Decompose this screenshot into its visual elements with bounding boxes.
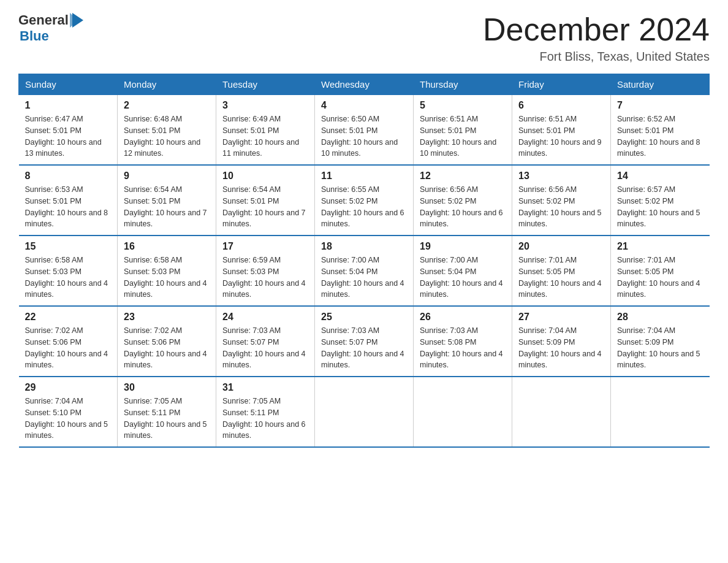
calendar-cell: 20Sunrise: 7:01 AMSunset: 5:05 PMDayligh… — [512, 236, 611, 306]
weekday-header-friday: Friday — [512, 74, 611, 95]
day-info: Sunrise: 6:55 AMSunset: 5:02 PMDaylight:… — [321, 184, 407, 230]
calendar-cell: 14Sunrise: 6:57 AMSunset: 5:02 PMDayligh… — [611, 165, 710, 236]
day-info: Sunrise: 7:03 AMSunset: 5:08 PMDaylight:… — [420, 325, 506, 371]
calendar-cell: 21Sunrise: 7:01 AMSunset: 5:05 PMDayligh… — [611, 236, 710, 306]
day-number: 1 — [25, 100, 112, 111]
day-info: Sunrise: 7:03 AMSunset: 5:07 PMDaylight:… — [222, 325, 308, 371]
day-number: 25 — [321, 312, 407, 323]
day-number: 19 — [420, 241, 506, 252]
day-info: Sunrise: 6:53 AMSunset: 5:01 PMDaylight:… — [25, 184, 112, 230]
calendar-cell — [512, 377, 611, 447]
day-info: Sunrise: 7:01 AMSunset: 5:05 PMDaylight:… — [617, 255, 703, 301]
calendar-cell: 29Sunrise: 7:04 AMSunset: 5:10 PMDayligh… — [19, 377, 118, 447]
calendar-cell: 23Sunrise: 7:02 AMSunset: 5:06 PMDayligh… — [118, 306, 216, 377]
weekday-header-sunday: Sunday — [19, 74, 118, 95]
day-number: 28 — [617, 312, 703, 323]
calendar-cell: 13Sunrise: 6:56 AMSunset: 5:02 PMDayligh… — [512, 165, 611, 236]
day-number: 3 — [222, 100, 308, 111]
day-number: 26 — [420, 312, 506, 323]
day-number: 11 — [321, 170, 407, 182]
day-info: Sunrise: 7:05 AMSunset: 5:11 PMDaylight:… — [222, 396, 308, 442]
weekday-header-thursday: Thursday — [414, 74, 512, 95]
calendar-cell: 9Sunrise: 6:54 AMSunset: 5:01 PMDaylight… — [118, 165, 216, 236]
day-number: 13 — [518, 170, 604, 182]
logo-triangle-icon — [70, 13, 83, 28]
calendar-week-5: 29Sunrise: 7:04 AMSunset: 5:10 PMDayligh… — [19, 377, 710, 447]
calendar-cell: 3Sunrise: 6:49 AMSunset: 5:01 PMDaylight… — [216, 95, 315, 166]
day-info: Sunrise: 7:02 AMSunset: 5:06 PMDaylight:… — [25, 325, 112, 371]
day-info: Sunrise: 6:56 AMSunset: 5:02 PMDaylight:… — [518, 184, 604, 230]
calendar-cell — [611, 377, 710, 447]
day-number: 10 — [222, 170, 308, 182]
page-title: December 2024 — [483, 12, 710, 47]
calendar-cell: 27Sunrise: 7:04 AMSunset: 5:09 PMDayligh… — [512, 306, 611, 377]
day-number: 21 — [617, 241, 703, 252]
day-info: Sunrise: 7:01 AMSunset: 5:05 PMDaylight:… — [518, 255, 604, 301]
day-number: 29 — [25, 382, 112, 393]
day-info: Sunrise: 7:03 AMSunset: 5:07 PMDaylight:… — [321, 325, 407, 371]
calendar-cell — [414, 377, 512, 447]
calendar-cell: 2Sunrise: 6:48 AMSunset: 5:01 PMDaylight… — [118, 95, 216, 166]
title-block: December 2024 Fort Bliss, Texas, United … — [483, 12, 710, 64]
day-info: Sunrise: 7:00 AMSunset: 5:04 PMDaylight:… — [321, 255, 407, 301]
day-info: Sunrise: 7:04 AMSunset: 5:09 PMDaylight:… — [518, 325, 604, 371]
logo-general-text: General — [18, 12, 69, 28]
day-number: 7 — [617, 100, 703, 111]
calendar-cell: 17Sunrise: 6:59 AMSunset: 5:03 PMDayligh… — [216, 236, 315, 306]
day-number: 15 — [25, 241, 112, 252]
calendar-cell: 15Sunrise: 6:58 AMSunset: 5:03 PMDayligh… — [19, 236, 118, 306]
day-number: 6 — [518, 100, 604, 111]
logo-blue-text: Blue — [20, 28, 49, 44]
day-info: Sunrise: 6:56 AMSunset: 5:02 PMDaylight:… — [420, 184, 506, 230]
day-number: 31 — [222, 382, 308, 393]
day-info: Sunrise: 6:47 AMSunset: 5:01 PMDaylight:… — [25, 113, 112, 159]
day-info: Sunrise: 7:04 AMSunset: 5:09 PMDaylight:… — [617, 325, 703, 371]
calendar-table: SundayMondayTuesdayWednesdayThursdayFrid… — [18, 74, 710, 448]
calendar-cell: 6Sunrise: 6:51 AMSunset: 5:01 PMDaylight… — [512, 95, 611, 166]
calendar-cell: 10Sunrise: 6:54 AMSunset: 5:01 PMDayligh… — [216, 165, 315, 236]
day-info: Sunrise: 6:50 AMSunset: 5:01 PMDaylight:… — [321, 113, 407, 159]
day-info: Sunrise: 6:54 AMSunset: 5:01 PMDaylight:… — [222, 184, 308, 230]
day-number: 24 — [222, 312, 308, 323]
calendar-cell: 12Sunrise: 6:56 AMSunset: 5:02 PMDayligh… — [414, 165, 512, 236]
weekday-header-tuesday: Tuesday — [216, 74, 315, 95]
day-info: Sunrise: 6:54 AMSunset: 5:01 PMDaylight:… — [124, 184, 210, 230]
header: General Blue December 2024 Fort Bliss, T… — [18, 12, 710, 64]
day-number: 9 — [124, 170, 210, 182]
day-number: 16 — [124, 241, 210, 252]
day-info: Sunrise: 7:05 AMSunset: 5:11 PMDaylight:… — [124, 396, 210, 442]
weekday-header-wednesday: Wednesday — [315, 74, 414, 95]
weekday-header-monday: Monday — [118, 74, 216, 95]
logo: General Blue — [18, 12, 85, 44]
day-number: 30 — [124, 382, 210, 393]
day-info: Sunrise: 7:04 AMSunset: 5:10 PMDaylight:… — [25, 396, 112, 442]
day-number: 12 — [420, 170, 506, 182]
day-number: 27 — [518, 312, 604, 323]
calendar-cell: 24Sunrise: 7:03 AMSunset: 5:07 PMDayligh… — [216, 306, 315, 377]
calendar-cell: 8Sunrise: 6:53 AMSunset: 5:01 PMDaylight… — [19, 165, 118, 236]
day-info: Sunrise: 6:48 AMSunset: 5:01 PMDaylight:… — [124, 113, 210, 159]
day-info: Sunrise: 7:02 AMSunset: 5:06 PMDaylight:… — [124, 325, 210, 371]
calendar-header: SundayMondayTuesdayWednesdayThursdayFrid… — [19, 74, 710, 95]
calendar-week-4: 22Sunrise: 7:02 AMSunset: 5:06 PMDayligh… — [19, 306, 710, 377]
day-number: 8 — [25, 170, 112, 182]
day-number: 5 — [420, 100, 506, 111]
calendar-cell: 7Sunrise: 6:52 AMSunset: 5:01 PMDaylight… — [611, 95, 710, 166]
page-subtitle: Fort Bliss, Texas, United States — [483, 50, 710, 64]
day-info: Sunrise: 6:59 AMSunset: 5:03 PMDaylight:… — [222, 255, 308, 301]
day-number: 14 — [617, 170, 703, 182]
weekday-header-saturday: Saturday — [611, 74, 710, 95]
calendar-cell: 25Sunrise: 7:03 AMSunset: 5:07 PMDayligh… — [315, 306, 414, 377]
day-number: 17 — [222, 241, 308, 252]
calendar-cell: 28Sunrise: 7:04 AMSunset: 5:09 PMDayligh… — [611, 306, 710, 377]
day-info: Sunrise: 6:58 AMSunset: 5:03 PMDaylight:… — [25, 255, 112, 301]
calendar-cell: 22Sunrise: 7:02 AMSunset: 5:06 PMDayligh… — [19, 306, 118, 377]
day-info: Sunrise: 7:00 AMSunset: 5:04 PMDaylight:… — [420, 255, 506, 301]
weekday-header-row: SundayMondayTuesdayWednesdayThursdayFrid… — [19, 74, 710, 95]
day-number: 23 — [124, 312, 210, 323]
calendar-cell: 18Sunrise: 7:00 AMSunset: 5:04 PMDayligh… — [315, 236, 414, 306]
calendar-cell: 19Sunrise: 7:00 AMSunset: 5:04 PMDayligh… — [414, 236, 512, 306]
day-info: Sunrise: 6:49 AMSunset: 5:01 PMDaylight:… — [222, 113, 308, 159]
day-number: 18 — [321, 241, 407, 252]
calendar-body: 1Sunrise: 6:47 AMSunset: 5:01 PMDaylight… — [19, 95, 710, 448]
